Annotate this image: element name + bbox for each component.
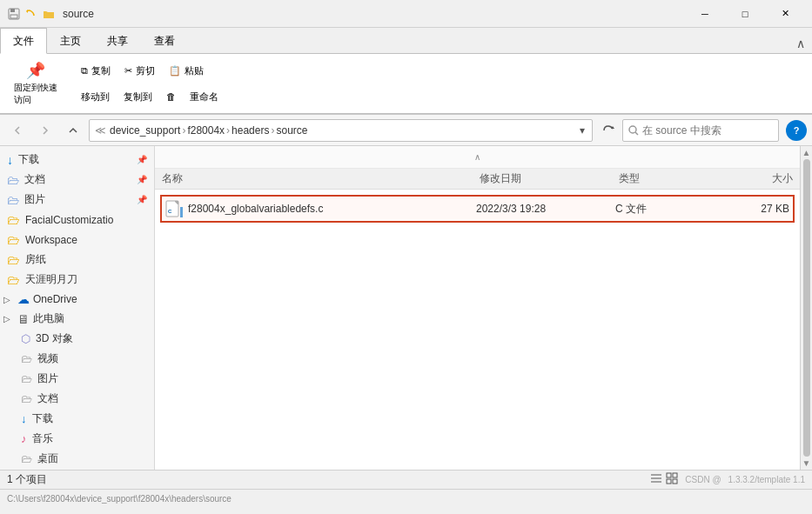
sidebar-section-onedrive[interactable]: ▷ ☁ OneDrive	[0, 290, 154, 309]
expand-arrow-pc-icon: ▷	[3, 314, 14, 324]
sidebar-item-docs2[interactable]: 🗁 文档	[0, 389, 154, 409]
scrollbar-track[interactable]: ▲ ▼	[800, 146, 812, 470]
svg-rect-1	[10, 9, 15, 12]
sidebar-item-tianyaming[interactable]: 🗁 天涯明月刀	[0, 270, 154, 290]
download-arrow-icon: ↓	[7, 153, 13, 167]
path-bar: C:\Users\f28004x\device_support\f28004x\…	[0, 489, 812, 508]
file-type: C 文件	[615, 202, 720, 217]
file-date: 2022/3/3 19:28	[476, 203, 615, 215]
title-bar-icons	[7, 7, 56, 21]
svg-point-4	[629, 126, 636, 133]
copy-button[interactable]: ⧉ 复制	[76, 63, 116, 79]
onedrive-icon: ☁	[17, 292, 30, 306]
sidebar-item-drive-c[interactable]: 💽 本地磁盘 (C:)	[0, 469, 154, 470]
expand-arrow-icon: ▷	[3, 295, 14, 304]
address-bar[interactable]: ≪ device_support › f28004x › headers › s…	[89, 119, 593, 142]
tab-file[interactable]: 文件	[0, 28, 47, 54]
scroll-thumb[interactable]	[803, 159, 810, 457]
document-folder-icon: 🗁	[7, 173, 19, 187]
copy-to-button[interactable]: 复制到	[118, 89, 158, 105]
sidebar-item-desktop[interactable]: 🗁 桌面	[0, 449, 154, 469]
main-layout: ↓ 下载 📌 🗁 文档 📌 🗁 图片 📌 🗁 FacialCustomizati…	[0, 146, 812, 470]
svg-rect-2	[10, 15, 17, 18]
ribbon-collapse-button[interactable]: ∧	[793, 36, 809, 51]
detail-view-button[interactable]	[666, 472, 678, 487]
breadcrumb-device-support[interactable]: device_support	[110, 124, 180, 137]
sidebar-item-facial[interactable]: 🗁 FacialCustomizatio	[0, 210, 154, 230]
search-icon	[628, 125, 639, 136]
music-icon: ♪	[21, 432, 27, 445]
folder-icon[interactable]	[42, 7, 56, 21]
minimize-button[interactable]: ─	[685, 0, 725, 28]
scissors-icon: ✂	[124, 65, 132, 77]
breadcrumb: ≪ device_support › f28004x › headers › s…	[95, 124, 308, 137]
computer-icon: 🖥	[17, 312, 30, 326]
pin-icon-3: 📌	[137, 195, 147, 204]
sidebar-item-pictures2[interactable]: 🗁 图片	[0, 369, 154, 389]
scroll-down-button[interactable]: ▼	[802, 458, 811, 468]
svg-rect-16	[667, 479, 671, 484]
address-dropdown-button[interactable]: ▾	[578, 123, 587, 138]
title-bar: source ─ □ ✕	[0, 0, 812, 28]
scroll-up-button[interactable]: ▲	[802, 148, 811, 157]
refresh-button[interactable]	[598, 119, 619, 142]
back-button[interactable]	[5, 118, 30, 143]
sidebar-item-documents[interactable]: 🗁 文档 📌	[0, 170, 154, 190]
search-input[interactable]	[642, 124, 773, 137]
col-header-name[interactable]: 名称	[162, 171, 480, 186]
up-button[interactable]	[61, 118, 85, 143]
sidebar-item-workspace[interactable]: 🗁 Workspace	[0, 230, 154, 250]
col-header-size[interactable]: 大小	[723, 171, 793, 186]
rename-button[interactable]: 重命名	[185, 89, 224, 105]
pin-icon-2: 📌	[137, 175, 147, 184]
cut-button[interactable]: ✂ 剪切	[119, 63, 160, 79]
c-file-icon: C	[165, 200, 183, 217]
breadcrumb-source[interactable]: source	[276, 124, 307, 137]
view-mode-buttons	[650, 472, 678, 487]
file-row[interactable]: C f28004x_globalvariabledefs.c 2022/3/3 …	[160, 195, 795, 223]
breadcrumb-headers[interactable]: headers	[232, 124, 269, 137]
svg-rect-14	[667, 473, 671, 477]
delete-button[interactable]: 🗑	[161, 90, 181, 103]
pin-to-quickaccess-button[interactable]: 📌 固定到快速访问	[7, 57, 64, 110]
close-button[interactable]: ✕	[765, 0, 805, 28]
breadcrumb-f28004x[interactable]: f28004x	[187, 124, 225, 137]
status-bar: 1 个项目 CSDN @ 1.3.3.2/template 1.1	[0, 470, 812, 489]
search-bar[interactable]	[622, 119, 779, 142]
template-version: 1.3.3.2/template 1.1	[728, 475, 805, 484]
ribbon-row-1: ⧉ 复制 ✂ 剪切 📋 粘贴	[76, 58, 224, 83]
sidebar-item-music[interactable]: ♪ 音乐	[0, 429, 154, 449]
ribbon-row-2: 移动到 复制到 🗑 重命名	[76, 84, 224, 109]
sort-arrow-icon: ∧	[474, 152, 480, 162]
pictures-folder-icon: 🗁	[7, 193, 19, 207]
quick-save-icon[interactable]	[7, 7, 21, 21]
sidebar-item-3dobjects[interactable]: ⬡ 3D 对象	[0, 329, 154, 349]
tab-share[interactable]: 共享	[94, 28, 141, 53]
sidebar-item-pictures[interactable]: 🗁 图片 📌	[0, 190, 154, 210]
tab-view[interactable]: 查看	[141, 28, 188, 53]
ribbon: 文件 主页 共享 查看 ∧ 📌 固定到快速访问 ⧉ 复制	[0, 28, 812, 115]
maximize-button[interactable]: □	[725, 0, 765, 28]
docs-icon2: 🗁	[21, 392, 32, 405]
list-view-button[interactable]	[650, 472, 662, 487]
sidebar-section-thispc[interactable]: ▷ 🖥 此电脑	[0, 309, 154, 329]
file-list: C f28004x_globalvariabledefs.c 2022/3/3 …	[155, 190, 800, 228]
sidebar-item-download[interactable]: ↓ 下载 📌	[0, 150, 154, 170]
sidebar: ↓ 下载 📌 🗁 文档 📌 🗁 图片 📌 🗁 FacialCustomizati…	[0, 146, 155, 470]
forward-button[interactable]	[33, 118, 57, 143]
paste-button[interactable]: 📋 粘贴	[164, 63, 209, 79]
undo-icon[interactable]	[24, 7, 38, 21]
col-header-type[interactable]: 类型	[619, 171, 723, 186]
sidebar-item-downloads2[interactable]: ↓ 下载	[0, 409, 154, 429]
move-to-button[interactable]: 移动到	[76, 89, 115, 105]
svg-rect-15	[673, 473, 677, 477]
tab-home[interactable]: 主页	[47, 28, 94, 53]
delete-icon: 🗑	[166, 91, 176, 102]
help-button[interactable]: ?	[786, 120, 807, 141]
window-controls[interactable]: ─ □ ✕	[685, 0, 805, 28]
folder-facial-icon: 🗁	[7, 212, 20, 227]
sidebar-item-video[interactable]: 🗁 视频	[0, 349, 154, 369]
folder-wallpaper-icon: 🗁	[7, 252, 20, 267]
sidebar-item-wallpaper[interactable]: 🗁 房纸	[0, 250, 154, 270]
col-header-date[interactable]: 修改日期	[480, 171, 619, 186]
